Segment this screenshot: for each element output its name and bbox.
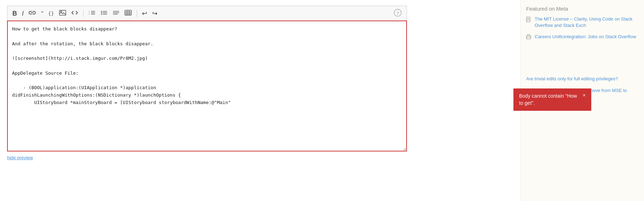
blockquote-button[interactable]: " bbox=[39, 10, 45, 17]
sidebar-item-3: Are trivial edits only for full editing … bbox=[526, 76, 638, 82]
code-inline-button[interactable]: {} bbox=[47, 10, 56, 17]
toolbar-sep-1 bbox=[83, 10, 84, 17]
bullet-list-button[interactable] bbox=[99, 9, 109, 17]
sidebar-link-1[interactable]: The MIT License – Clarity, Using Code on… bbox=[535, 16, 638, 29]
undo-button[interactable]: ↩ bbox=[140, 10, 149, 17]
error-toast-close-button[interactable]: × bbox=[583, 93, 586, 98]
redo-button[interactable]: ↪ bbox=[151, 10, 159, 17]
bold-button[interactable]: B bbox=[11, 10, 18, 17]
svg-point-10 bbox=[101, 12, 102, 13]
toolbar-sep-2 bbox=[137, 10, 137, 17]
svg-text:3: 3 bbox=[89, 13, 90, 15]
image-button[interactable] bbox=[58, 9, 68, 17]
error-toast: Body cannot contain "How to get". × bbox=[513, 88, 591, 111]
sidebar-link-2[interactable]: Careers Unificintegration: Jobs on Stack… bbox=[535, 34, 636, 40]
hide-preview-link[interactable]: hide preview bbox=[7, 155, 33, 160]
document-icon bbox=[526, 17, 532, 23]
link-button[interactable] bbox=[27, 9, 37, 17]
svg-point-11 bbox=[101, 14, 102, 15]
briefcase-icon bbox=[526, 34, 532, 40]
table-button[interactable] bbox=[123, 9, 133, 17]
sidebar: Featured on Meta The MIT License – Clari… bbox=[520, 0, 644, 201]
error-toast-message: Body cannot contain "How to get". bbox=[519, 93, 580, 107]
numbered-list-button[interactable]: 1 2 3 bbox=[87, 9, 97, 17]
align-button[interactable] bbox=[111, 9, 121, 17]
sidebar-link-3[interactable]: Are trivial edits only for full editing … bbox=[526, 76, 618, 82]
editor-textarea[interactable] bbox=[7, 21, 407, 151]
help-button[interactable]: ? bbox=[392, 8, 403, 18]
sidebar-title: Featured on Meta bbox=[526, 6, 638, 12]
code-block-button[interactable] bbox=[70, 9, 80, 17]
italic-button[interactable]: I bbox=[21, 10, 25, 17]
svg-point-9 bbox=[101, 11, 102, 12]
editor-toolbar: B I " {} bbox=[7, 6, 407, 21]
svg-rect-18 bbox=[125, 10, 131, 15]
editor-container: B I " {} bbox=[0, 0, 414, 201]
sidebar-item-1: The MIT License – Clarity, Using Code on… bbox=[526, 16, 638, 29]
editor-footer: hide preview bbox=[7, 153, 407, 162]
middle-spacer bbox=[414, 0, 520, 201]
svg-text:?: ? bbox=[397, 10, 399, 16]
sidebar-item-2: Careers Unificintegration: Jobs on Stack… bbox=[526, 34, 638, 40]
